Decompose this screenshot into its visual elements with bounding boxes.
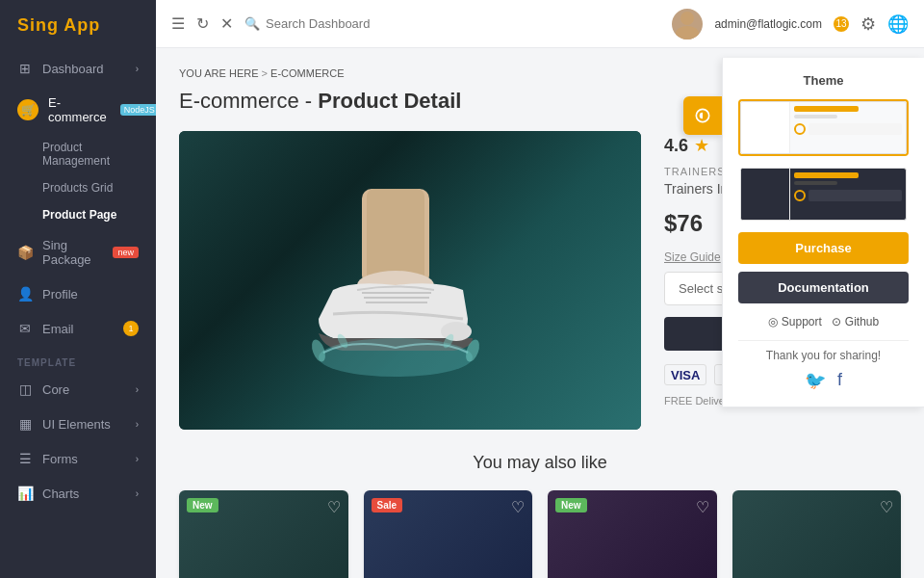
support-icon: ◎ [768,315,778,328]
also-like-title: You may also like [179,453,901,473]
close-icon[interactable]: ✕ [220,14,233,33]
card-heart-icon[interactable]: ♡ [696,498,709,516]
sidebar-item-ecommerce[interactable]: 🛒 E-commerce NodeJS ⌄ [0,86,156,134]
sidebar-item-label: UI Elements [42,417,111,432]
theme-toggle-button[interactable] [683,96,722,135]
sidebar-item-label: Profile [42,287,78,302]
user-icon: 👤 [17,286,33,302]
thank-you-text: Thank you for sharing! [738,349,909,362]
globe-icon[interactable]: 🌐 [887,13,909,35]
sidebar-item-profile[interactable]: 👤 Profile [0,276,156,311]
theme-panel-title: Theme [738,73,909,88]
sidebar-sub-products-grid[interactable]: Products Grid [0,174,156,201]
shoe-illustration [275,189,545,401]
topbar-right: admin@flatlogic.com 13 ⚙ 🌐 [672,9,909,39]
twitter-icon[interactable]: 🐦 [805,370,826,391]
preview-content-light [790,102,906,153]
product-card-image-4: ♡ [732,490,902,578]
product-card-4[interactable]: ♡ [732,490,902,578]
sidebar-item-label: Email [42,322,74,336]
notification-badge: 13 [834,16,849,32]
card-heart-icon[interactable]: ♡ [327,498,341,516]
forms-icon: ☰ [17,451,33,466]
svg-point-1 [676,26,699,39]
theme-panel: Theme [722,58,924,407]
shop-icon: 🛒 [17,99,38,120]
facebook-icon[interactable]: f [837,370,842,391]
card-badge-new: New [187,498,218,512]
preview-sidebar-light [741,102,790,153]
elements-icon: ▦ [17,416,33,432]
preview-circle-dark [794,190,806,201]
preview-bar-dark [794,172,859,178]
preview-bar-2 [794,115,837,118]
support-link[interactable]: ◎ Support [768,315,822,328]
preview-mini-charts-dark [794,190,902,201]
rating-value: 4.6 [664,136,688,156]
new-badge: new [113,247,139,258]
sidebar-item-email[interactable]: ✉ Email 1 [0,311,156,346]
product-card-3[interactable]: New ♡ [548,490,717,578]
star-icon: ★ [694,135,709,156]
chevron-right-icon: › [136,454,139,464]
preview-mini-charts [794,123,902,135]
package-icon: 📦 [17,245,33,260]
chevron-right-icon: › [136,64,139,74]
chevron-right-icon: › [136,419,139,430]
sidebar-sub-product-management[interactable]: Product Management [0,134,156,174]
card-heart-icon[interactable]: ♡ [511,498,525,516]
product-card-image-2: Sale ♡ [364,490,533,578]
sidebar-sub-product-page[interactable]: Product Page [0,201,156,228]
documentation-button[interactable]: Documentation [738,272,909,303]
avatar[interactable] [672,9,703,39]
sidebar-item-charts[interactable]: 📊 Charts › [0,476,156,511]
github-link[interactable]: ⊙ Github [832,315,879,328]
card-heart-icon[interactable]: ♡ [880,498,893,516]
app-logo: Sing App [0,0,156,51]
sidebar-sub-label: Product Management [42,141,110,168]
sidebar-item-core[interactable]: ◫ Core › [0,372,156,407]
preview-circle [794,123,806,135]
card-badge-new: New [555,498,587,512]
preview-bar-dark-2 [794,181,837,185]
svg-point-0 [680,12,694,25]
chevron-right-icon: › [136,384,139,395]
card-badge-sale: Sale [372,498,403,512]
search-icon: 🔍 [244,16,260,31]
sidebar-item-sing-package[interactable]: 📦 Sing Package new [0,228,156,276]
theme-preview-dark [740,168,907,221]
social-icons: 🐦 f [738,370,909,391]
logo-text: Sing [17,15,64,35]
sidebar-item-label: E-commerce [48,95,107,124]
theme-links: ◎ Support ⊙ Github [738,315,909,328]
topbar: ☰ ↻ ✕ 🔍 admin@flatlogic.com 13 ⚙ 🌐 [156,0,924,48]
sidebar-item-label: Core [42,382,69,397]
hamburger-icon[interactable]: ☰ [171,14,185,33]
product-card-2[interactable]: Sale ♡ [364,490,533,578]
sidebar-item-forms[interactable]: ☰ Forms › [0,441,156,476]
refresh-icon[interactable]: ↻ [196,14,209,33]
purchase-button[interactable]: Purchase [738,232,909,264]
chevron-right-icon: › [136,488,139,499]
main-area: ☰ ↻ ✕ 🔍 admin@flatlogic.com 13 ⚙ 🌐 YOU A… [156,0,924,578]
svg-point-8 [441,322,472,341]
preview-rect-dark [808,190,902,201]
preview-rect [808,123,902,135]
theme-divider [738,340,909,341]
theme-option-light[interactable] [738,99,909,156]
theme-option-dark[interactable] [738,166,909,223]
sidebar-item-label: Forms [42,452,78,466]
sidebar-item-dashboard[interactable]: ⊞ Dashboard › [0,51,156,86]
sidebar-item-label: Sing Package [42,238,99,267]
grid-icon: ⊞ [17,61,33,76]
preview-content-dark [790,169,906,220]
sidebar-sub-label: Product Page [42,208,116,222]
sidebar-item-ui-elements[interactable]: ▦ UI Elements › [0,407,156,441]
sidebar-sub-label: Products Grid [42,181,113,195]
user-email: admin@flatlogic.com [714,17,822,31]
product-card-1[interactable]: New ♡ [179,490,348,578]
email-count-badge: 1 [123,321,139,336]
layers-icon: ◫ [17,381,33,397]
settings-icon[interactable]: ⚙ [860,13,876,35]
search-input[interactable] [266,16,458,31]
